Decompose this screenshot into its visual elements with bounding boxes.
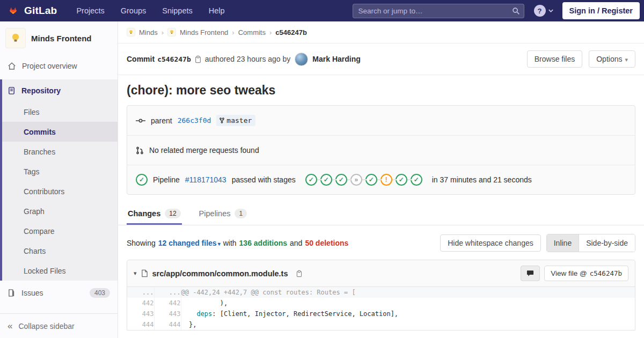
pipeline-id-link[interactable]: #118171043 [185,175,226,184]
breadcrumb-group[interactable]: Minds [139,28,158,36]
hide-whitespace-button[interactable]: Hide whitespace changes [440,234,541,252]
sidebar-item-tags[interactable]: Tags [2,161,118,181]
side-by-side-view-button[interactable]: Side-by-side [579,234,635,252]
nav-groups[interactable]: Groups [121,6,147,15]
sidebar-item-branches[interactable]: Branches [2,142,118,161]
diff-file-header: ▾ src/app/common/common.module.ts [127,260,635,287]
commit-info-box: parent 266c3f0d master No related merge … [127,105,635,195]
search-input[interactable] [353,4,524,18]
sidebar-item-label: Issues [21,289,43,297]
project-name: Minds Frontend [31,34,92,43]
repository-subnav: Files Commits Branches Tags Contributors… [2,102,118,281]
nav-projects[interactable]: Projects [76,6,104,15]
stage-status-icon[interactable]: ! [380,174,392,186]
sidebar-item-compare[interactable]: Compare [2,221,118,241]
changes-summary-bar: Showing 12 changed files▾ with 136 addit… [118,225,644,260]
help-menu[interactable]: ? [534,5,554,17]
stage-status-icon[interactable]: ✓ [396,174,407,186]
pipeline-row: ✓ Pipeline #118171043 passed with stages… [127,165,635,194]
commit-actions: Browse files Options▾ [527,50,635,68]
author-avatar[interactable] [295,53,308,66]
and-label: and [290,239,302,247]
authored-text: authored 23 hours ago by [205,55,291,63]
sidebar-item-charts[interactable]: Charts [2,241,118,261]
caret-down-icon: ▾ [218,241,221,247]
commit-graph-icon [136,116,145,125]
code-indent [181,299,220,307]
options-label: Options [596,55,622,63]
no-merge-requests-text: No related merge requests found [149,146,259,155]
parent-sha-link[interactable]: 266c3f0d [178,116,211,124]
options-dropdown-button[interactable]: Options▾ [589,50,635,68]
search-icon[interactable] [512,7,520,15]
breadcrumb-separator-icon: › [162,28,164,36]
sidebar-item-locked-files[interactable]: Locked Files [2,261,118,281]
sidebar-item-repository[interactable]: Repository [2,79,118,102]
old-line-number[interactable]: 443 [127,308,154,319]
tab-label: Changes [128,209,160,218]
new-line-number[interactable]: 442 [154,298,181,308]
stage-status-icon[interactable]: ✓ [365,174,377,186]
nav-help[interactable]: Help [209,6,225,15]
collapse-file-caret-icon[interactable]: ▾ [134,270,137,277]
pipeline-status-icon[interactable]: ✓ [136,174,148,186]
help-icon: ? [534,5,546,17]
sidebar-item-commits[interactable]: Commits [2,122,118,142]
sign-in-register-button[interactable]: Sign in / Register [562,2,640,19]
sidebar-item-files[interactable]: Files [2,102,118,122]
sidebar-item-contributors[interactable]: Contributors [2,181,118,201]
breadcrumb-project[interactable]: Minds Frontend [180,28,228,36]
new-line-number[interactable]: 443 [154,308,181,319]
copy-icon [194,55,202,63]
tab-changes[interactable]: Changes 12 [127,203,182,225]
stage-status-icon[interactable]: ✓ [305,174,317,186]
new-line-number[interactable]: 444 [154,319,181,330]
sidebar-item-project-overview[interactable]: Project overview [0,55,118,77]
nav-snippets[interactable]: Snippets [162,6,192,15]
browse-files-button[interactable]: Browse files [527,50,582,68]
pipelines-count-badge: 1 [235,209,247,218]
view-file-button[interactable]: View file @ c546247b [544,266,628,281]
stage-status-icon[interactable]: » [350,174,362,186]
breadcrumb-separator-icon: › [269,28,272,36]
diff-file-path[interactable]: src/app/common/common.module.ts [152,269,288,278]
breadcrumb: Minds › Minds Frontend › Commits › c5462… [118,21,644,43]
repository-icon [8,86,16,95]
collapse-sidebar-button[interactable]: « Collapse sidebar [0,313,118,338]
tab-label: Pipelines [199,209,231,218]
changed-files-label: 12 changed files [158,239,217,247]
chevron-down-icon [548,9,554,13]
changed-files-dropdown[interactable]: 12 changed files▾ [158,239,221,247]
brand-wordmark: GitLab [24,5,57,17]
tab-pipelines[interactable]: Pipelines 1 [198,203,248,225]
sidebar-item-label: Repository [21,86,61,95]
author-name[interactable]: Mark Harding [312,55,360,63]
diff-file: ▾ src/app/common/common.module.ts [127,260,635,330]
stage-status-icon[interactable]: ✓ [320,174,332,186]
commit-sha: c546247b [157,55,191,63]
deletions-count: 50 deletions [305,239,348,247]
copy-file-path-button[interactable] [296,270,303,277]
lightbulb-icon [10,32,21,44]
inline-view-button[interactable]: Inline [547,234,579,252]
stage-status-icon[interactable]: ✓ [411,174,422,186]
gitlab-logo[interactable]: GitLab [6,4,57,17]
changes-summary-text: Showing 12 changed files▾ with 136 addit… [127,239,348,247]
branch-ref-label[interactable]: master [216,115,255,126]
merge-request-icon [136,146,144,155]
toggle-comments-button[interactable] [521,266,540,281]
sidebar-project-header[interactable]: Minds Frontend [0,21,118,55]
branch-name: master [226,116,252,124]
commit-title: (chore): more seo tweaks [127,83,635,98]
branch-icon [219,117,225,124]
sidebar-item-issues[interactable]: Issues 403 [0,281,118,305]
code-token-key: deps [196,310,212,318]
breadcrumb-separator-icon: › [232,28,234,36]
copy-sha-button[interactable] [194,55,202,63]
breadcrumb-current-sha: c546247b [275,28,307,36]
breadcrumb-commits[interactable]: Commits [238,28,266,36]
sidebar-item-graph[interactable]: Graph [2,201,118,221]
old-line-number[interactable]: 442 [127,298,154,308]
old-line-number[interactable]: 444 [127,319,154,330]
stage-status-icon[interactable]: ✓ [335,174,347,186]
